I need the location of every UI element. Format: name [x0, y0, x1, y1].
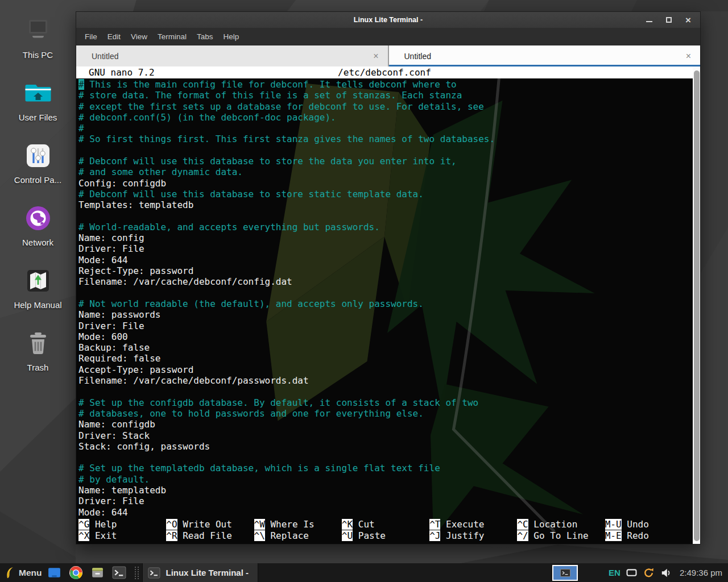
nano-filename: /etc/debconf.conf — [76, 67, 693, 78]
editor-line: Driver: File — [78, 243, 693, 254]
desktop-icon-label: Trash — [0, 363, 76, 372]
editor-line: # — [78, 123, 693, 134]
terminal-area: GNU nano 7.2 /etc/debconf.conf # This is… — [76, 66, 700, 544]
updates-icon[interactable] — [643, 567, 655, 579]
scrollbar-thumb[interactable] — [694, 70, 700, 541]
shortcut-key: ^C — [517, 519, 528, 530]
shortcut-key: ^W — [254, 519, 265, 530]
menu-terminal[interactable]: Terminal — [152, 32, 192, 41]
shortcut-where-is: ^W Where Is — [254, 519, 342, 530]
tab-label: Untitled — [404, 52, 431, 61]
editor-line: Reject-Type: password — [78, 265, 693, 276]
editor-line: Driver: Stack — [78, 430, 693, 441]
editor-line: Templates: templatedb — [78, 199, 693, 210]
taskbar-window-button[interactable]: Linux Lite Terminal - — [142, 563, 258, 582]
editor-line: Filename: /var/cache/debconf/passwords.d… — [78, 375, 693, 386]
shortcut-read-file: ^R Read File — [166, 530, 254, 541]
editor-line: # store data. The format of this file is… — [78, 90, 693, 101]
editor-line: Name: templatedb — [78, 485, 693, 496]
shortcut-key: ^J — [429, 530, 440, 541]
shortcut-column: ^O Write Out^R Read File — [166, 519, 254, 541]
editor-line: # Not world readable (the default), and … — [78, 298, 693, 309]
editor-line — [78, 145, 693, 156]
terminal-launcher-icon[interactable] — [112, 566, 126, 580]
workspace-switcher[interactable] — [552, 565, 578, 581]
editor-line — [78, 211, 693, 222]
shortcut-write-out: ^O Write Out — [166, 519, 254, 530]
shortcut-redo: M-E Redo — [605, 530, 693, 541]
shortcut-key: M-U — [605, 519, 622, 530]
desktop-icon-user-files[interactable]: User Files — [0, 78, 76, 122]
editor-line: Name: config — [78, 232, 693, 243]
editor-line: Name: passwords — [78, 309, 693, 320]
tab-2-active[interactable]: Untitled× — [389, 45, 701, 66]
network-globe-icon — [23, 203, 53, 233]
volume-icon[interactable] — [660, 568, 672, 578]
help-manual-icon — [23, 266, 53, 296]
computer-icon — [23, 16, 53, 45]
maximize-icon[interactable] — [666, 17, 672, 23]
shortcut-replace: ^\ Replace — [254, 530, 342, 541]
desktop-icon-label: Network — [0, 238, 76, 247]
shortcut-column: M-U UndoM-E Redo — [605, 519, 693, 541]
tab-close-icon[interactable]: × — [373, 51, 378, 61]
shortcut-location: ^C Location — [517, 519, 605, 530]
editor-line — [78, 452, 693, 463]
clock[interactable]: 2:49:36 pm — [680, 568, 722, 577]
shortcut-key: M-E — [605, 530, 622, 541]
tab-close-icon[interactable]: × — [686, 51, 691, 61]
keyboard-layout-label[interactable]: EN — [609, 568, 621, 577]
folder-home-icon — [23, 78, 53, 108]
shortcut-key: ^T — [429, 519, 440, 530]
editor-line: # debconf.conf(5) (in the debconf-doc pa… — [78, 112, 693, 123]
shortcut-paste: ^U Paste — [342, 530, 429, 541]
system-tray: EN 2:49:36 pm — [552, 565, 728, 581]
editor-line: # databases, one to hold passwords and o… — [78, 408, 693, 419]
editor-line: Name: configdb — [78, 419, 693, 430]
editor-line: Driver: File — [78, 321, 693, 331]
shortcut-column: ^W Where Is^\ Replace — [254, 519, 342, 541]
minimize-icon[interactable] — [646, 18, 652, 22]
editor-line — [78, 386, 693, 397]
nano-statusbar: GNU nano 7.2 /etc/debconf.conf — [76, 66, 693, 78]
linux-lite-logo-icon — [5, 566, 14, 580]
desktop-icon-label: User Files — [0, 113, 76, 122]
chrome-icon[interactable] — [69, 566, 83, 580]
desktop-icon-help-manual[interactable]: Help Manual — [0, 266, 76, 310]
shortcut-key: ^\ — [254, 530, 265, 541]
editor-content[interactable]: # This is the main config file for debco… — [76, 78, 693, 519]
file-manager-icon[interactable] — [47, 566, 61, 580]
menu-edit[interactable]: Edit — [102, 32, 126, 41]
desktop-icon-this-pc[interactable]: This PC — [0, 16, 76, 60]
keyboard-icon[interactable] — [626, 568, 637, 577]
editor-line: Config: configdb — [78, 178, 693, 189]
start-menu-button[interactable]: Menu — [0, 563, 47, 582]
text-cursor: # — [78, 79, 84, 90]
close-icon[interactable]: × — [685, 15, 691, 25]
menu-view[interactable]: View — [126, 32, 152, 41]
shortcut-column: ^K Cut^U Paste — [342, 519, 429, 541]
shortcut-column: ^C Location^/ Go To Line — [517, 519, 605, 541]
trash-icon — [23, 329, 53, 358]
shortcut-help: ^G Help — [78, 519, 166, 530]
scrollbar[interactable] — [693, 66, 700, 544]
editor-line: # except the first sets up a database fo… — [78, 101, 693, 112]
desktop-icon-control-pa[interactable]: Control Pa... — [0, 141, 76, 185]
menu-file[interactable]: File — [80, 32, 102, 41]
editor-line: # Debconf will use this database to stor… — [78, 156, 693, 167]
shortcut-key: ^O — [166, 519, 177, 530]
taskbar: Menu Linux Lite Terminal - EN — [0, 563, 728, 582]
desktop-icon-label: Control Pa... — [0, 175, 76, 185]
editor-line: Accept-Type: password — [78, 364, 693, 375]
desktop-icon-network[interactable]: Network — [0, 203, 76, 247]
menu-help[interactable]: Help — [218, 32, 245, 41]
panel-grip[interactable] — [135, 567, 139, 579]
window-titlebar[interactable]: Linux Lite Terminal - × — [76, 12, 700, 28]
menu-tabs[interactable]: Tabs — [192, 32, 218, 41]
file-cabinet-icon[interactable] — [90, 566, 105, 580]
menu-bar: FileEditViewTerminalTabsHelp — [76, 28, 700, 45]
shortcut-go-to-line: ^/ Go To Line — [517, 530, 605, 541]
tab-1[interactable]: Untitled× — [76, 45, 389, 66]
editor-line: # Set up the templatedb database, which … — [78, 463, 693, 473]
desktop-icon-trash[interactable]: Trash — [0, 329, 76, 372]
